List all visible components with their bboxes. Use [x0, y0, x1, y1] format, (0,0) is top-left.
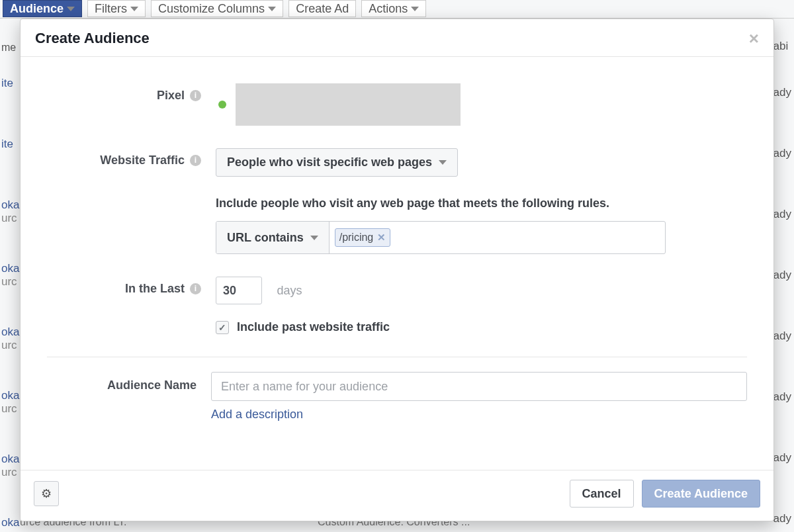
bg-text: ady: [773, 147, 791, 160]
in-the-last-row: In the Last i days ✓ Include past websit…: [47, 277, 747, 334]
info-icon[interactable]: i: [190, 283, 201, 294]
bg-text: ady: [773, 269, 791, 282]
rules-description: Include people who visit any web page th…: [216, 197, 747, 210]
audience-name-input[interactable]: [211, 372, 747, 401]
bg-text: ady: [773, 390, 791, 404]
bg-audience-button[interactable]: Audience: [3, 0, 82, 17]
audience-name-row: Audience Name Add a description: [47, 372, 747, 421]
modal-footer: ⚙ Cancel Create Audience: [21, 470, 773, 521]
modal-header: Create Audience ×: [21, 19, 773, 57]
caret-down-icon: [439, 160, 447, 165]
in-the-last-label: In the Last: [125, 282, 185, 296]
create-audience-button[interactable]: Create Audience: [642, 480, 760, 508]
info-icon[interactable]: i: [190, 90, 201, 101]
url-token-input[interactable]: /pricing ✕: [330, 222, 665, 253]
bg-create-ad-button[interactable]: Create Ad: [288, 0, 356, 17]
modal-body: Pixel i Website Traffic i People who vis…: [21, 57, 773, 470]
days-unit-label: days: [277, 284, 302, 297]
bg-actions-button[interactable]: Actions: [361, 0, 426, 17]
create-audience-modal: Create Audience × Pixel i Website Traffi…: [20, 19, 774, 521]
modal-title: Create Audience: [35, 30, 150, 47]
close-icon[interactable]: ×: [749, 30, 759, 47]
bg-text: ady: [773, 86, 791, 99]
status-dot-icon: [218, 101, 226, 109]
url-token: /pricing ✕: [335, 228, 391, 247]
select-value: People who visit specific web pages: [227, 155, 432, 169]
caret-down-icon: [67, 7, 75, 11]
settings-gear-button[interactable]: ⚙: [34, 481, 59, 506]
bg-text: ite: [1, 77, 19, 90]
select-value: URL contains: [227, 231, 304, 245]
days-input[interactable]: [216, 277, 262, 304]
bg-customize-columns-button[interactable]: Customize Columns: [151, 0, 283, 17]
website-traffic-select[interactable]: People who visit specific web pages: [216, 148, 458, 177]
bg-text: abi: [773, 40, 791, 53]
bg-text: ady: [773, 512, 791, 525]
url-rule-select[interactable]: URL contains: [216, 222, 330, 253]
include-past-traffic-checkbox[interactable]: ✓: [216, 321, 229, 334]
website-traffic-label: Website Traffic: [100, 154, 185, 167]
caret-down-icon: [268, 7, 276, 11]
cancel-button[interactable]: Cancel: [570, 480, 634, 508]
include-past-traffic-label: Include past website traffic: [237, 320, 390, 334]
caret-down-icon: [130, 7, 138, 11]
audience-name-label: Audience Name: [107, 378, 197, 392]
bg-text: ady: [773, 451, 791, 465]
add-description-link[interactable]: Add a description: [211, 408, 303, 421]
pixel-name-redacted: [236, 83, 461, 126]
bg-toolbar: Audience Filters Customize Columns Creat…: [0, 0, 794, 19]
caret-down-icon: [411, 7, 419, 11]
gear-icon: ⚙: [41, 486, 52, 501]
bg-text: ady: [773, 330, 791, 343]
separator: [47, 357, 747, 357]
caret-down-icon: [310, 236, 318, 240]
token-text: /pricing: [339, 232, 374, 244]
bg-text: ite: [1, 138, 19, 151]
website-traffic-row: Website Traffic i People who visit speci…: [47, 148, 747, 254]
url-rule-box: URL contains /pricing ✕: [216, 221, 666, 254]
pixel-row: Pixel i: [47, 83, 747, 126]
pixel-label: Pixel: [157, 89, 185, 103]
token-remove-icon[interactable]: ✕: [377, 232, 386, 244]
bg-filters-button[interactable]: Filters: [87, 0, 146, 17]
info-icon[interactable]: i: [190, 155, 201, 166]
bg-text: ady: [773, 208, 791, 221]
